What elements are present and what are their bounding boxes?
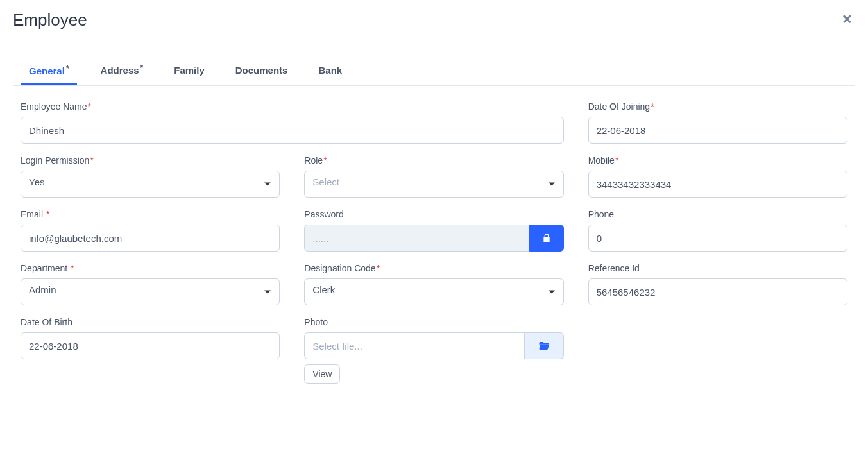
phone-input[interactable] [588,225,847,252]
tab-label: Documents [235,65,288,76]
field-email: Email * [21,209,280,252]
password-lock-button[interactable] [529,225,564,252]
email-input[interactable] [21,225,280,252]
field-date-of-birth: Date Of Birth [21,317,280,384]
label-date-of-birth: Date Of Birth [21,317,280,327]
form: Employee Name* Date Of Joining* Login Pe… [13,101,855,384]
label-department: Department * [21,263,280,273]
field-phone: Phone [588,209,847,252]
tab-address[interactable]: Address* [85,56,159,85]
label-phone: Phone [588,209,847,219]
field-reference-id: Reference Id [588,263,847,305]
field-photo: Photo View [304,317,563,384]
field-designation-code: Designation Code* Clerk [304,263,563,305]
label-login-permission: Login Permission* [21,155,280,166]
label-email: Email * [21,209,280,219]
label-designation-code: Designation Code* [304,263,563,273]
required-asterisk: * [140,64,144,72]
required-asterisk: * [66,64,69,73]
employee-name-input[interactable] [21,117,564,144]
field-mobile: Mobile* [588,155,847,198]
photo-browse-button[interactable] [525,332,564,359]
tab-bank[interactable]: Bank [303,56,357,85]
field-password: Password [304,209,563,252]
tab-bar: General* Address* Family Documents Bank [13,56,855,86]
close-button[interactable]: ✕ [839,10,855,28]
page-title: Employee [13,10,87,30]
label-password: Password [304,209,563,219]
date-of-birth-input[interactable] [21,332,280,359]
field-role: Role* Select [304,155,563,198]
label-employee-name: Employee Name* [21,101,564,112]
login-permission-select[interactable]: Yes [21,171,280,198]
tab-label: Family [174,65,205,76]
role-select[interactable]: Select [304,171,563,198]
mobile-input[interactable] [588,171,847,198]
label-date-of-joining: Date Of Joining* [588,101,847,112]
folder-open-icon [538,340,550,352]
label-mobile: Mobile* [588,155,847,166]
photo-file-input[interactable] [304,332,525,359]
department-select[interactable]: Admin [21,278,280,305]
field-date-of-joining: Date Of Joining* [588,101,847,144]
tab-label: Address [101,65,139,76]
designation-code-select[interactable]: Clerk [304,278,563,305]
date-of-joining-input[interactable] [588,117,847,144]
lock-icon [541,233,552,243]
field-department: Department * Admin [21,263,280,305]
label-photo: Photo [304,317,563,327]
tab-documents[interactable]: Documents [220,56,303,85]
tab-general[interactable]: General* [13,56,85,85]
label-role: Role* [304,155,563,166]
label-reference-id: Reference Id [588,263,847,273]
tab-family[interactable]: Family [158,56,220,85]
photo-view-button[interactable]: View [304,364,340,384]
reference-id-input[interactable] [588,278,847,305]
tab-label: Bank [318,65,342,76]
close-icon: ✕ [842,12,853,26]
field-login-permission: Login Permission* Yes [21,155,280,198]
field-employee-name: Employee Name* [21,101,564,144]
password-input [304,225,529,252]
tab-label: General [29,65,65,76]
